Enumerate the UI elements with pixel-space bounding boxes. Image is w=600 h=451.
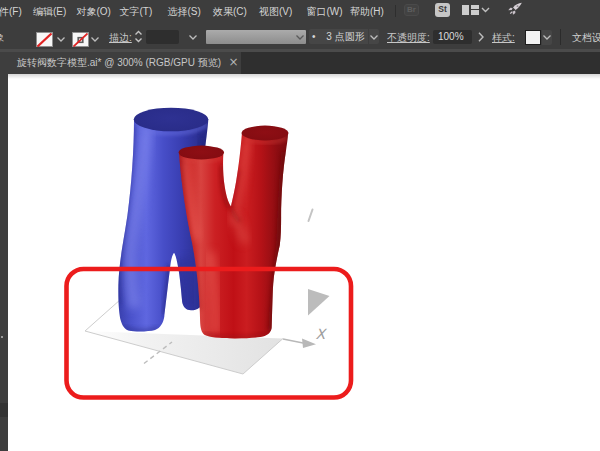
stroke-chevron-icon[interactable] — [91, 37, 99, 42]
tool-button-edge — [0, 403, 8, 417]
menu-help[interactable]: 帮助(H) — [350, 0, 384, 25]
adobe-stock-icon[interactable]: St — [435, 3, 450, 17]
brush-value: 3 点圆形 — [326, 31, 364, 42]
none-stroke-icon — [73, 33, 88, 47]
blue-rightleg-wash — [184, 258, 190, 308]
brush-bullet: • — [312, 31, 316, 42]
style-swatch[interactable] — [525, 30, 541, 45]
width-profile-dropdown[interactable] — [206, 30, 306, 44]
tab-bar-shadow — [0, 74, 600, 79]
menu-select[interactable]: 选择(S) — [168, 0, 201, 25]
menu-type[interactable]: 文字(T) — [120, 0, 153, 25]
menu-file[interactable]: 文件(F) — [0, 0, 22, 25]
rocket-share-icon[interactable] — [506, 2, 524, 17]
stroke-weight-stepper[interactable] — [134, 29, 143, 44]
document-tab[interactable]: 旋转阀数字模型.ai* @ 300% (RGB/GPU 预览) × — [8, 52, 241, 74]
stroke-weight-label[interactable]: 描边: — [109, 31, 132, 45]
fill-chevron-icon[interactable] — [57, 37, 65, 42]
bridge-icon[interactable]: Br — [404, 4, 419, 16]
menubar-divider — [395, 5, 396, 17]
style-label[interactable]: 样式: — [492, 31, 515, 45]
document-tab-bar: 旋转阀数字模型.ai* @ 300% (RGB/GPU 预览) × — [0, 52, 600, 74]
opacity-more-icon[interactable] — [478, 32, 484, 42]
control-bar-divider — [560, 29, 561, 45]
brush-chevron[interactable] — [369, 29, 379, 44]
brush-dropdown[interactable]: • 3 点圆形 — [309, 29, 368, 44]
style-chevron-icon — [543, 35, 551, 40]
x-axis-arrowhead — [302, 339, 316, 349]
control-bar: 象 描边: — [0, 25, 600, 49]
stroke-color-swatch[interactable] — [72, 32, 89, 47]
tool-dot — [1, 336, 3, 338]
illustrator-window: 文件(F) 编辑(E) 对象(O) 文字(T) 选择(S) 效果(C) 视图(V… — [0, 0, 600, 451]
brush-chevron-icon — [370, 35, 378, 40]
red-tube-cap-middle — [179, 146, 224, 160]
red-tube-cap-right — [242, 126, 289, 141]
chevron-down-icon[interactable] — [481, 7, 490, 13]
selection-kind-label: 象 — [0, 31, 4, 45]
menu-view[interactable]: 视图(V) — [259, 0, 292, 25]
artwork-svg: X — [0, 74, 600, 451]
none-fill-icon — [37, 33, 52, 47]
workspace-switcher-icon[interactable] — [462, 5, 479, 15]
style-chevron[interactable] — [542, 30, 552, 45]
menu-effect[interactable]: 效果(C) — [213, 0, 247, 25]
x-axis-line — [283, 339, 303, 343]
profile-chevron-icon — [296, 35, 304, 40]
stroke-weight-field[interactable] — [146, 30, 179, 44]
fill-color-swatch[interactable] — [36, 32, 53, 47]
y-axis-tick — [309, 210, 313, 222]
menu-bar: 文件(F) 编辑(E) 对象(O) 文字(T) 选择(S) 效果(C) 视图(V… — [0, 0, 600, 25]
play-triangle — [308, 289, 330, 316]
document-tab-title: 旋转阀数字模型.ai* @ 300% (RGB/GPU 预览) — [17, 52, 221, 74]
tab-close-icon[interactable]: × — [227, 52, 240, 74]
red-highlight-main — [210, 252, 216, 334]
opacity-field[interactable]: 100% — [433, 30, 472, 44]
menu-edit[interactable]: 编辑(E) — [33, 0, 66, 25]
opacity-label[interactable]: 不透明度: — [387, 31, 430, 45]
tools-panel-edge — [0, 52, 8, 451]
menu-object[interactable]: 对象(O) — [77, 0, 111, 25]
x-axis-label: X — [316, 326, 328, 342]
document-setup-button[interactable]: 文档设置 — [572, 31, 600, 45]
menu-window[interactable]: 窗口(W) — [307, 0, 343, 25]
blue-tube-cap — [134, 108, 209, 132]
stroke-weight-chevron-icon[interactable] — [189, 35, 197, 40]
